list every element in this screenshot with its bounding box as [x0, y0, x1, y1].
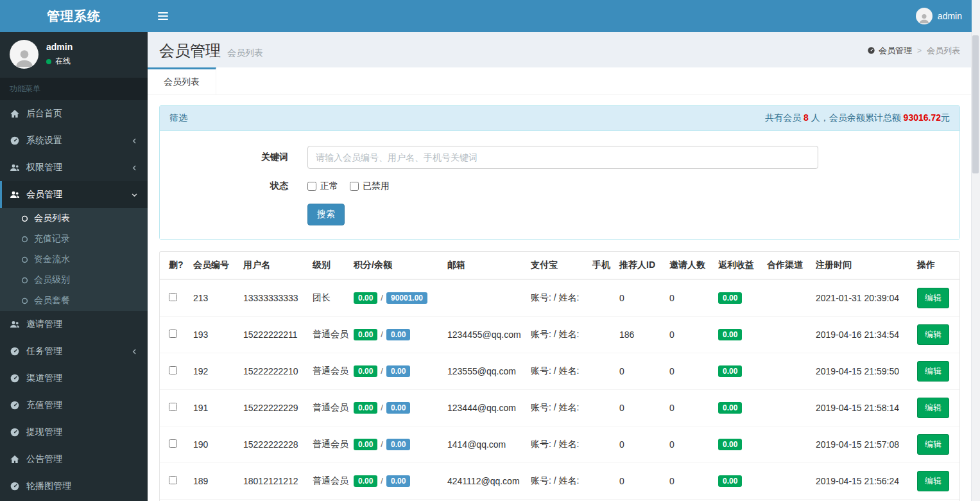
- cell-actions: 编辑: [912, 353, 959, 390]
- slash-separator: /: [381, 293, 383, 303]
- rebate-badge: 0.00: [718, 292, 742, 304]
- sidebar-item[interactable]: 渠道管理: [0, 365, 148, 392]
- cell-points-balance: 0.00/0.00: [348, 463, 442, 500]
- sidebar-subitem[interactable]: 会员列表: [0, 208, 148, 229]
- breadcrumb-item[interactable]: 会员管理: [867, 45, 912, 57]
- sidebar-item[interactable]: 系统设置: [0, 127, 148, 154]
- member-username: 15222222228: [238, 426, 307, 463]
- navbar-user-menu[interactable]: admin: [906, 0, 972, 32]
- cell-actions: 编辑: [912, 390, 959, 426]
- referrer-id: 0: [614, 353, 664, 390]
- breadcrumb-item: 会员列表: [927, 45, 960, 57]
- status-option[interactable]: 已禁用: [350, 180, 390, 192]
- edit-button[interactable]: 编辑: [917, 361, 949, 382]
- sidebar-username: admin: [46, 42, 73, 52]
- row-checkbox[interactable]: [169, 439, 177, 448]
- points-badge: 0.00: [354, 475, 377, 487]
- sidebar-item-label: 提现管理: [26, 426, 138, 438]
- cell-rebate: 0.00: [713, 463, 762, 500]
- sidebar-item[interactable]: 权限管理: [0, 154, 148, 181]
- member-phone: [587, 426, 614, 463]
- edit-button[interactable]: 编辑: [917, 324, 949, 345]
- referrer-id: 0: [614, 426, 664, 463]
- partner-channel: [762, 390, 811, 426]
- sidebar-item[interactable]: 后台首页: [0, 100, 148, 127]
- circle-o-icon: [21, 256, 28, 263]
- slash-separator: /: [381, 476, 383, 486]
- row-checkbox[interactable]: [169, 330, 177, 338]
- member-alipay: 账号: / 姓名:: [526, 353, 587, 390]
- sidebar-subitem[interactable]: 会员套餐: [0, 290, 148, 311]
- edit-button[interactable]: 编辑: [917, 434, 949, 455]
- sidebar-item[interactable]: 充值管理: [0, 392, 148, 419]
- sidebar-user-status[interactable]: 在线: [46, 56, 73, 67]
- cell-rebate: 0.00: [713, 353, 762, 390]
- sidebar-item-label: 会员管理: [26, 189, 131, 200]
- balance-badge: 0.00: [386, 329, 410, 340]
- sidebar-item[interactable]: 轮播图管理: [0, 473, 148, 500]
- column-header: 注册时间: [811, 252, 912, 279]
- cell-points-balance: 0.00/0.00: [348, 353, 442, 390]
- sidebar-user-panel: admin 在线: [0, 32, 148, 78]
- edit-button[interactable]: 编辑: [917, 288, 949, 308]
- sidebar-toggle-button[interactable]: [148, 0, 178, 32]
- row-checkbox[interactable]: [169, 403, 177, 411]
- status-option-label: 已禁用: [363, 180, 390, 192]
- table-body: 21313333333333团长0.00/90001.00账号: / 姓名:00…: [160, 279, 959, 501]
- column-header: 删?: [160, 252, 188, 279]
- cell-actions: 编辑: [912, 426, 959, 463]
- table-header-row: 删?会员编号用户名级别积分/余额邮箱支付宝手机推荐人ID邀请人数返利收益合作渠道…: [160, 252, 959, 279]
- filter-panel-body: 关键词 状态 正常已禁用 搜索: [160, 131, 959, 239]
- tab-member-list[interactable]: 会员列表: [148, 67, 216, 94]
- sidebar-item-label: 权限管理: [26, 162, 131, 173]
- status-checkbox[interactable]: [350, 182, 359, 191]
- filter-panel: 筛选 共有会员 8 人，会员余额累计总额 93016.72元 关键词 状态 正常…: [159, 105, 960, 240]
- partner-channel: [762, 317, 811, 353]
- balance-badge: 90001.00: [386, 292, 427, 304]
- search-button[interactable]: 搜索: [307, 204, 345, 225]
- row-checkbox[interactable]: [169, 366, 177, 374]
- balance-badge: 0.00: [386, 365, 410, 377]
- sidebar-item[interactable]: 邀请管理: [0, 311, 148, 338]
- brand-logo[interactable]: 管理系统: [0, 0, 148, 32]
- sidebar-item[interactable]: 公告管理: [0, 446, 148, 473]
- register-time: 2019-04-15 21:58:14: [811, 390, 912, 426]
- rebate-badge: 0.00: [718, 402, 742, 414]
- edit-button[interactable]: 编辑: [917, 471, 949, 491]
- table-row: 18918012121212普通会员0.00/0.004241112@qq.co…: [160, 463, 959, 500]
- status-checkbox[interactable]: [307, 182, 316, 191]
- sidebar: admin 在线 功能菜单 后台首页系统设置权限管理会员管理会员列表充值记录资金…: [0, 32, 148, 501]
- sidebar-item[interactable]: 提现管理: [0, 419, 148, 446]
- vertical-scrollbar[interactable]: [971, 0, 980, 501]
- status-option[interactable]: 正常: [307, 180, 338, 192]
- sidebar-subitem[interactable]: 资金流水: [0, 249, 148, 270]
- gauge-icon: [10, 136, 20, 146]
- sidebar-item[interactable]: 会员管理: [0, 181, 148, 208]
- row-checkbox[interactable]: [169, 293, 177, 301]
- sidebar-item[interactable]: 任务管理: [0, 338, 148, 365]
- row-checkbox[interactable]: [169, 476, 177, 484]
- sidebar-avatar: [10, 40, 39, 69]
- edit-button[interactable]: 编辑: [917, 398, 949, 418]
- filter-panel-heading: 筛选 共有会员 8 人，会员余额累计总额 93016.72元: [160, 106, 959, 131]
- scrollbar-thumb[interactable]: [972, 35, 979, 173]
- sidebar-subitem[interactable]: 充值记录: [0, 229, 148, 249]
- member-id: 193: [188, 317, 238, 353]
- member-phone: [587, 463, 614, 500]
- sidebar-item-label: 后台首页: [26, 108, 138, 119]
- summary-suffix: 元: [941, 112, 950, 123]
- sidebar-item-label: 充值管理: [26, 400, 138, 411]
- sidebar-subitem[interactable]: 会员级别: [0, 270, 148, 290]
- member-email: 4241112@qq.com: [442, 463, 526, 500]
- invite-count: 0: [664, 353, 713, 390]
- keyword-input[interactable]: [307, 146, 818, 169]
- table-row: 21313333333333团长0.00/90001.00账号: / 姓名:00…: [160, 279, 959, 317]
- table-row: 19015222222228普通会员0.00/0.001414@qq.com账号…: [160, 426, 959, 463]
- member-username: 15222222211: [238, 317, 307, 353]
- cell-delete: [160, 463, 188, 500]
- sidebar-subitem-label: 会员套餐: [34, 295, 70, 306]
- user-avatar-icon: [916, 8, 933, 24]
- sidebar-subitem-label: 会员列表: [34, 213, 70, 224]
- member-id: 213: [188, 279, 238, 317]
- column-header: 会员编号: [188, 252, 238, 279]
